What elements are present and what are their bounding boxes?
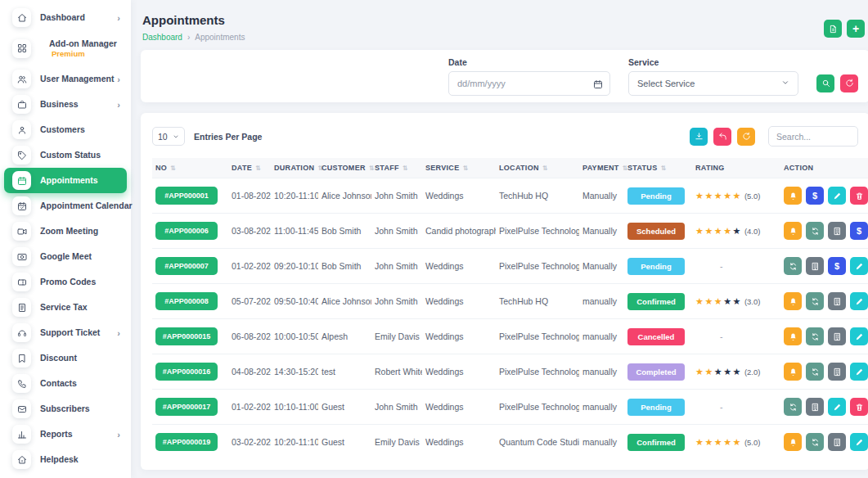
sidebar-item-dashboard[interactable]: Dashboard› xyxy=(4,5,127,30)
service-filter-select[interactable]: Select Service xyxy=(628,71,798,96)
appointment-no-badge[interactable]: #APP000001 xyxy=(155,187,218,205)
bell-icon xyxy=(789,297,798,306)
share-button[interactable] xyxy=(713,128,731,146)
appointment-no-badge[interactable]: #APP0000016 xyxy=(155,363,218,381)
appointment-no-badge[interactable]: #APP0000019 xyxy=(155,433,218,451)
table-row: #APP000001506-08-202410:00-10:50AlpeshEm… xyxy=(152,319,868,354)
edit-action-button[interactable] xyxy=(850,292,868,310)
sidebar-item-customers[interactable]: Customers xyxy=(4,117,127,142)
payment-action-button[interactable]: $ xyxy=(806,187,824,205)
delete-action-button[interactable] xyxy=(850,398,868,416)
appointment-no-badge[interactable]: #APP000007 xyxy=(155,257,218,275)
cell-customer: Alice Johnson xyxy=(318,178,371,214)
reschedule-action-button[interactable] xyxy=(806,363,824,381)
refresh-button[interactable] xyxy=(737,128,755,146)
sidebar-item-add-on-manager[interactable]: Add-on ManagerPremium xyxy=(4,30,127,66)
sidebar-item-support-ticket[interactable]: Support Ticket› xyxy=(4,320,127,345)
rating-value: (5.0) xyxy=(744,438,761,447)
notify-action-button[interactable] xyxy=(784,292,802,310)
column-header-staff[interactable]: STAFF⇅ xyxy=(371,158,422,178)
column-header-date[interactable]: DATE⇅ xyxy=(228,158,271,178)
edit-action-button[interactable] xyxy=(850,327,868,345)
star-filled-icon: ★ xyxy=(695,296,704,306)
rating-value: (5.0) xyxy=(744,192,761,201)
invoice-action-button[interactable] xyxy=(828,363,846,381)
column-header-location[interactable]: LOCATION⇅ xyxy=(496,158,579,178)
column-header-status[interactable]: STATUS⇅ xyxy=(624,158,692,178)
sidebar-item-subscribers[interactable]: Subscribers xyxy=(4,396,127,422)
notify-action-button[interactable] xyxy=(784,363,802,381)
invoice-action-button[interactable] xyxy=(806,398,824,416)
cell-staff: John Smith xyxy=(371,284,422,319)
cell-location: PixelPulse Technologies xyxy=(496,249,579,284)
sidebar-item-contacts[interactable]: Contacts xyxy=(4,371,127,396)
entries-per-page-select[interactable]: 10 xyxy=(152,127,185,146)
column-header-duration[interactable]: DURATION⇅ xyxy=(271,158,318,178)
invoice-action-button[interactable] xyxy=(828,222,846,240)
cell-status: Confirmed xyxy=(624,284,692,319)
export-file-button[interactable] xyxy=(824,20,842,38)
notify-action-button[interactable] xyxy=(784,327,802,345)
edit-action-button[interactable] xyxy=(850,433,868,451)
download-button[interactable] xyxy=(690,128,708,146)
sidebar-item-promo-codes[interactable]: Promo Codes xyxy=(4,269,127,295)
appointment-no-badge[interactable]: #APP000006 xyxy=(155,222,218,240)
column-header-payment[interactable]: PAYMENT⇅ xyxy=(579,158,624,178)
reschedule-action-button[interactable] xyxy=(806,222,824,240)
sidebar-item-appointment-calendar[interactable]: Appointment Calendar xyxy=(4,193,127,219)
payment-action-button[interactable]: $ xyxy=(850,222,868,240)
reschedule-action-button[interactable] xyxy=(784,398,802,416)
breadcrumb-dashboard-link[interactable]: Dashboard xyxy=(142,33,182,42)
chevron-down-icon xyxy=(173,132,179,142)
filter-search-button[interactable] xyxy=(816,74,834,92)
payment-action-button[interactable]: $ xyxy=(828,257,846,275)
reschedule-action-button[interactable] xyxy=(806,292,824,310)
cell-date: 04-08-2024 xyxy=(228,354,271,390)
appointment-no-badge[interactable]: #APP0000017 xyxy=(155,398,218,416)
table-search-input[interactable] xyxy=(768,126,858,147)
edit-action-button[interactable] xyxy=(850,257,868,275)
sidebar-item-business[interactable]: Business› xyxy=(4,92,127,117)
cell-action: $ xyxy=(780,178,868,214)
edit-action-button[interactable] xyxy=(850,363,868,381)
cell-no: #APP000007 xyxy=(152,249,228,284)
delete-action-button[interactable] xyxy=(850,187,868,205)
sidebar-item-google-meet[interactable]: Google Meet xyxy=(4,244,127,269)
trash-icon xyxy=(855,403,864,412)
date-filter-input[interactable] xyxy=(448,71,610,96)
column-header-no[interactable]: NO⇅ xyxy=(152,158,228,178)
edit-action-button[interactable] xyxy=(828,398,846,416)
invoice-action-button[interactable] xyxy=(828,433,846,451)
invoice-action-button[interactable] xyxy=(828,292,846,310)
sidebar-item-helpdesk[interactable]: Helpdesk xyxy=(4,447,127,472)
cell-action xyxy=(780,390,868,425)
add-appointment-button[interactable]: + xyxy=(847,20,865,38)
reschedule-action-button[interactable] xyxy=(806,327,824,345)
appointment-no-badge[interactable]: #APP000008 xyxy=(155,292,218,310)
notify-action-button[interactable] xyxy=(784,433,802,451)
notify-action-button[interactable] xyxy=(784,187,802,205)
reschedule-action-button[interactable] xyxy=(784,257,802,275)
sidebar-item-discount[interactable]: Discount xyxy=(4,345,127,371)
appointment-no-badge[interactable]: #APP0000015 xyxy=(155,327,218,345)
sidebar-item-appointments[interactable]: Appointments xyxy=(4,168,127,193)
star-filled-icon: ★ xyxy=(723,437,732,447)
sidebar-item-service-tax[interactable]: Service Tax xyxy=(4,295,127,320)
notify-action-button[interactable] xyxy=(784,222,802,240)
filter-reset-button[interactable] xyxy=(840,74,858,92)
star-filled-icon: ★ xyxy=(714,191,723,201)
column-header-service[interactable]: SERVICE⇅ xyxy=(422,158,496,178)
building-icon xyxy=(833,227,842,236)
reschedule-action-button[interactable] xyxy=(806,433,824,451)
calendar-picker-icon[interactable] xyxy=(593,78,603,92)
invoice-action-button[interactable] xyxy=(806,257,824,275)
invoice-action-button[interactable] xyxy=(828,327,846,345)
edit-action-button[interactable] xyxy=(828,187,846,205)
sidebar-item-user-management[interactable]: User Management› xyxy=(4,66,127,92)
sidebar-item-reports[interactable]: Reports› xyxy=(4,422,127,447)
sidebar-item-custom-status[interactable]: Custom Status xyxy=(4,142,127,168)
cell-service: Weddings xyxy=(422,390,496,425)
sidebar-item-zoom-meeting[interactable]: Zoom Meeting xyxy=(4,219,127,244)
column-header-customer[interactable]: CUSTOMER⇅ xyxy=(318,158,371,178)
sidebar-item-label: Google Meet xyxy=(40,251,92,262)
